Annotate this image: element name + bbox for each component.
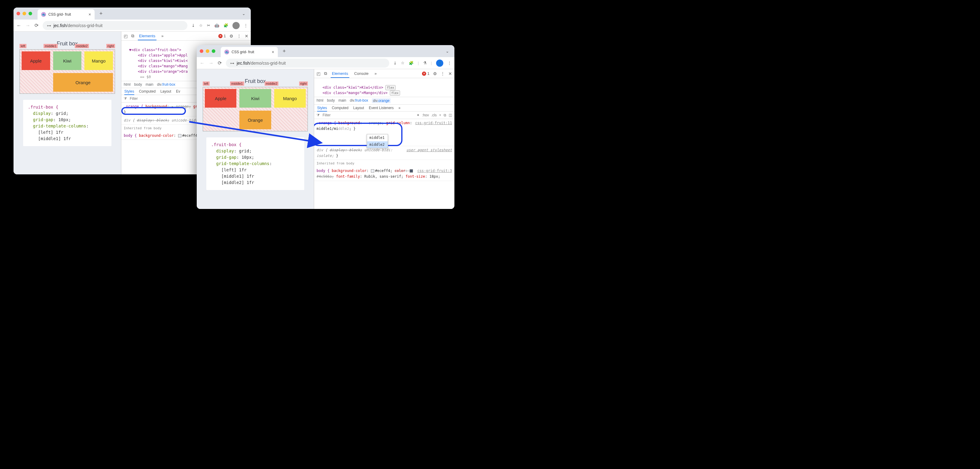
subtab-layout[interactable]: Layout bbox=[161, 89, 171, 94]
kebab-menu-icon[interactable]: ⋮ bbox=[447, 61, 452, 65]
filter-icon: ⧩ bbox=[124, 97, 127, 101]
devtools-tab-elements[interactable]: Elements bbox=[331, 71, 349, 78]
rule-orange[interactable]: css-grid-fruit:11.orange { background: ▸… bbox=[314, 119, 454, 146]
subtab-more[interactable]: Ev bbox=[176, 89, 180, 94]
bookmark-icon[interactable]: ☆ bbox=[401, 61, 404, 65]
back-icon[interactable]: ← bbox=[16, 23, 21, 28]
gear-icon[interactable]: ⚙ bbox=[433, 71, 437, 76]
subtab-computed[interactable]: Computed bbox=[139, 89, 156, 94]
subtab-overflow[interactable]: » bbox=[399, 106, 401, 110]
copy-styles-icon[interactable]: ⧉ bbox=[444, 113, 446, 117]
kebab-menu-icon[interactable]: ⋮ bbox=[244, 23, 248, 28]
crumb[interactable]: body bbox=[327, 98, 335, 103]
dom-tree[interactable]: <div class="kiwi">Kiwi</div> flex <div c… bbox=[314, 78, 454, 97]
close-window-button[interactable] bbox=[200, 49, 203, 53]
styles-pane[interactable]: css-grid-fruit:11.orange { background: ▸… bbox=[314, 119, 454, 209]
cls-toggle[interactable]: .cls bbox=[431, 113, 437, 117]
bookmark-icon[interactable]: ☆ bbox=[199, 23, 203, 28]
profile-avatar[interactable]: 👤 bbox=[436, 59, 443, 67]
gridline-label: middle1 bbox=[43, 44, 58, 48]
install-icon[interactable]: ⤓ bbox=[192, 23, 195, 28]
error-badge[interactable]: ✕1 bbox=[218, 34, 226, 38]
devtools-tabs-overflow[interactable]: » bbox=[373, 71, 378, 76]
address-input[interactable]: ⊶ jec.fish/demo/css-grid-fruit bbox=[226, 59, 389, 68]
tab-close-icon[interactable]: × bbox=[272, 49, 274, 54]
gridline-label: right bbox=[106, 44, 115, 48]
close-icon[interactable]: ✕ bbox=[449, 71, 452, 76]
hov-toggle[interactable]: :hov bbox=[422, 113, 429, 117]
close-icon[interactable]: ✕ bbox=[245, 34, 248, 38]
forward-icon[interactable]: → bbox=[25, 23, 30, 28]
rendered-page: Fruit box left middle1 middle2 right App… bbox=[14, 32, 121, 174]
annotation-arrow bbox=[186, 119, 328, 152]
crumb[interactable]: div.orange bbox=[372, 98, 391, 103]
crumb[interactable]: div.fruit-box bbox=[157, 82, 175, 86]
gear-icon[interactable]: ⚙ bbox=[229, 34, 233, 38]
crumb[interactable]: html bbox=[317, 98, 323, 103]
reload-icon[interactable]: ⟳ bbox=[218, 60, 222, 66]
titlebar: 🐟 CSS grid- fruit × + ⌄ bbox=[197, 45, 454, 57]
maximize-window-button[interactable] bbox=[212, 49, 215, 53]
crumb[interactable]: html bbox=[124, 82, 130, 86]
minimize-window-button[interactable] bbox=[206, 49, 209, 53]
site-info-icon[interactable]: ⊶ bbox=[47, 23, 51, 28]
new-tab-button[interactable]: + bbox=[280, 48, 288, 54]
device-icon[interactable]: ⧉ bbox=[324, 71, 327, 76]
ai-icon[interactable]: ✦ bbox=[417, 113, 420, 117]
error-badge[interactable]: ✕1 bbox=[422, 71, 430, 76]
subtab-layout[interactable]: Layout bbox=[353, 106, 364, 110]
flex-badge[interactable]: flex bbox=[390, 91, 400, 96]
subtab-eventlisteners[interactable]: Event Listeners bbox=[369, 106, 394, 110]
close-window-button[interactable] bbox=[16, 12, 20, 15]
devtools-tab-elements[interactable]: Elements bbox=[138, 34, 156, 40]
minimize-window-button[interactable] bbox=[22, 12, 26, 15]
inspect-icon[interactable]: ◰ bbox=[124, 34, 128, 38]
tab-close-icon[interactable]: × bbox=[89, 12, 91, 17]
autocomplete-option[interactable]: middle1 bbox=[367, 134, 388, 141]
crumb[interactable]: main bbox=[339, 98, 346, 103]
devtools-toolbar: ◰ ⧉ Elements Console » ✕1 ⚙ ⋮ ✕ bbox=[314, 69, 454, 78]
subtab-styles[interactable]: Styles bbox=[317, 106, 327, 112]
crumb[interactable]: body bbox=[134, 82, 142, 86]
robot-icon[interactable]: 🤖 bbox=[215, 23, 219, 28]
extensions-icon[interactable]: 🧩 bbox=[223, 23, 228, 28]
install-icon[interactable]: ⤓ bbox=[393, 61, 397, 65]
reload-icon[interactable]: ⟳ bbox=[35, 22, 38, 28]
crumb[interactable]: div.fruit-box bbox=[350, 98, 368, 103]
profile-avatar[interactable] bbox=[232, 22, 240, 29]
site-info-icon[interactable]: ⊶ bbox=[230, 61, 234, 65]
breadcrumb[interactable]: html body main div.fruit-box div.orange bbox=[314, 97, 454, 105]
tabs-dropdown-icon[interactable]: ⌄ bbox=[443, 49, 452, 54]
inspect-icon[interactable]: ◰ bbox=[317, 71, 320, 76]
rule-body[interactable]: css-grid-fruit:3body { background-color:… bbox=[314, 167, 454, 181]
tabs-dropdown-icon[interactable]: ⌄ bbox=[240, 11, 248, 16]
fruit-grid: Apple Kiwi Mango Orange bbox=[19, 49, 115, 94]
devtools-tabs-overflow[interactable]: » bbox=[160, 34, 165, 38]
scissors-icon[interactable]: ✂ bbox=[207, 23, 210, 28]
maximize-window-button[interactable] bbox=[29, 12, 32, 15]
autocomplete-option[interactable]: middle2 bbox=[367, 141, 388, 148]
gridline-label: middle2 bbox=[75, 44, 89, 48]
kebab-icon[interactable]: ⋮ bbox=[237, 34, 241, 38]
crumb[interactable]: main bbox=[146, 82, 153, 86]
extensions-icon[interactable]: 🧩 bbox=[409, 61, 414, 65]
new-tab-button[interactable]: + bbox=[97, 11, 105, 17]
grid-line-labels: left middle1 middle2 right bbox=[203, 81, 308, 86]
forward-icon[interactable]: → bbox=[209, 61, 213, 66]
url-bar: ← → ⟳ ⊶ jec.fish/demo/css-grid-fruit ⤓ ☆… bbox=[14, 19, 251, 32]
device-icon[interactable]: ⧉ bbox=[131, 34, 134, 38]
autocomplete-popup[interactable]: middle1 middle2 bbox=[367, 134, 388, 148]
kebab-icon[interactable]: ⋮ bbox=[441, 71, 445, 76]
subtab-computed[interactable]: Computed bbox=[332, 106, 348, 110]
devtools-tab-console[interactable]: Console bbox=[353, 71, 370, 76]
labs-icon[interactable]: ⚗ bbox=[423, 61, 427, 65]
computed-panel-icon[interactable]: ◫ bbox=[449, 113, 452, 117]
filter-input[interactable] bbox=[322, 113, 414, 118]
address-input[interactable]: ⊶ jec.fish/demo/css-grid-fruit bbox=[43, 21, 188, 30]
browser-tab[interactable]: 🐟 CSS grid- fruit × bbox=[221, 47, 278, 57]
back-icon[interactable]: ← bbox=[200, 61, 205, 66]
subtab-styles[interactable]: Styles bbox=[124, 89, 134, 95]
new-style-icon[interactable]: + bbox=[439, 113, 441, 117]
flex-badge[interactable]: flex bbox=[385, 85, 396, 90]
browser-tab[interactable]: 🐟 CSS grid- fruit × bbox=[38, 9, 95, 19]
